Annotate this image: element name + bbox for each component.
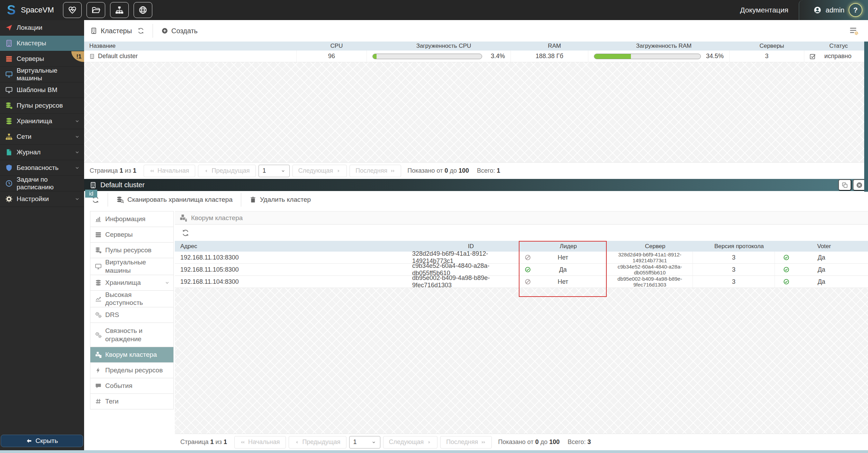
leader-cell: Да [519,264,607,275]
prev-page-label: Предыдущая [212,167,250,174]
table-settings-icon[interactable] [849,26,859,36]
documentation-link[interactable]: Документация [740,6,788,14]
cluster-row[interactable]: Default cluster 96 3.4% 188.38 Гб 34.5% … [84,51,868,62]
tab-clusters[interactable]: Кластеры [90,27,132,35]
detail-tab[interactable]: Серверы [90,227,173,243]
spacevm-app: S SpaceVM Документация admin ? [0,0,868,453]
shown-to: 100 [549,438,560,446]
bottom-accent-strip [0,450,868,453]
detail-tab[interactable]: Пулы ресурсов [90,243,173,258]
first-page-button[interactable]: Начальная [144,165,195,177]
refresh-icon[interactable] [182,229,189,237]
column-header: Загруженность RAM [593,43,734,49]
tab-label: Пределы ресурсов [105,366,163,374]
hide-label: Скрыть [36,437,58,445]
sidebar-item[interactable]: Виртуальные машины [0,67,84,82]
page-select[interactable]: 1 [259,165,290,177]
last-page-label: Последняя [446,438,478,446]
tab-label: Информация [105,215,145,223]
hide-sidebar-button[interactable]: Скрыть [1,435,83,447]
topbar-quick-button[interactable] [134,2,152,18]
tab-label: Пулы ресурсов [105,246,152,254]
tab-icon [95,295,102,302]
scan-label: Сканировать хранилища кластера [127,196,233,203]
next-page-button[interactable]: Следующая [383,436,438,449]
right-scroll-strip[interactable] [864,42,868,192]
quorum-row[interactable]: 192.168.11.105:8300 c9b34e52-60a4-4840-a… [175,264,868,276]
detail-tab[interactable]: Информация [90,211,173,227]
sidebar-item[interactable]: Пулы ресурсов [0,98,84,114]
detail-tab[interactable]: Виртуальные машины [90,258,173,275]
trash-icon [250,196,256,203]
leader-cell: Нет [519,276,607,288]
tab-label: Кворум кластера [105,351,157,359]
detail-tab[interactable]: Теги [90,394,173,409]
sidebar-item[interactable]: Кластеры [0,36,84,51]
sidebar-item[interactable]: Сети [0,129,84,145]
prev-page-button[interactable]: Предыдущая [289,436,346,449]
sidebar-item-label: Серверы [17,55,44,63]
create-cluster-button[interactable]: Создать [161,27,198,35]
page-number: 1 [120,167,123,174]
first-page-button[interactable]: Начальная [234,436,286,449]
username[interactable]: admin [826,6,844,14]
address-cell: 192.168.11.103:8300 [175,252,412,263]
prev-page-button[interactable]: Предыдущая [198,165,256,177]
sidebar-item[interactable]: Журнал [0,145,84,160]
sidebar-item-icon [5,133,13,141]
topbar-quick-button[interactable] [110,2,129,18]
detail-tab[interactable]: Хранилища [90,275,173,291]
last-page-button[interactable]: Последняя [350,165,401,177]
tab-icon [95,351,102,358]
chevron-down-icon [281,169,286,173]
column-header: Сервер [612,243,698,250]
detail-tab[interactable]: Связность и ограждение [90,323,173,347]
topbar-button-icon [115,6,124,15]
page-select[interactable]: 1 [349,436,380,449]
quorum-rows: 192.168.11.103:8300 328d2d49-b6f9-41a1-8… [175,252,868,288]
shown-range: Показано от 0 до 100 [498,438,561,446]
address-cell: 192.168.11.104:8300 [175,276,412,288]
last-page-button[interactable]: Последняя [440,436,492,449]
empty-area-pattern [175,288,868,434]
sidebar-item[interactable]: Шаблоны ВМ [0,82,84,98]
column-header: Статус [809,43,868,49]
quorum-row[interactable]: 192.168.11.103:8300 328d2d49-b6f9-41a1-8… [175,252,868,264]
check-circle-icon [783,279,789,285]
quorum-row[interactable]: 192.168.11.104:8300 db95e002-b409-4a98-b… [175,276,868,288]
id-tag[interactable]: id [85,190,97,198]
topbar-quick-button[interactable] [63,2,82,18]
tab-label: Связность и ограждение [105,327,170,343]
topbar-quick-buttons [63,2,152,18]
detail-tab[interactable]: Кворум кластера [90,347,173,363]
building-icon [89,54,95,59]
topbar-quick-button[interactable] [87,2,105,18]
prev-page-label: Предыдущая [302,438,341,446]
chevron-down-icon [371,440,376,445]
refresh-icon[interactable] [137,27,144,34]
cluster-detail-panel: Default cluster id Сканировать хранилища… [84,179,868,450]
copy-button[interactable] [838,179,851,191]
top-bar: S SpaceVM Документация admin ? [0,0,868,20]
actions-divider [241,193,241,207]
detail-tab[interactable]: События [90,378,173,394]
tab-label: DRS [105,311,119,319]
sidebar-item[interactable]: Задачи по расписанию [0,176,84,191]
sidebar-item-label: Задачи по расписанию [17,176,80,191]
cpu-count-cell: 96 [296,51,367,62]
double-left-icon [150,169,154,173]
next-page-button[interactable]: Следующая [292,165,347,177]
plus-circle-icon [161,27,168,34]
sidebar-item[interactable]: Серверы !1 [0,51,84,67]
delete-cluster-button[interactable]: Удалить кластер [250,196,311,203]
scan-storages-button[interactable]: Сканировать хранилища кластера [116,196,233,203]
sidebar-item[interactable]: Локации [0,20,84,36]
detail-tab[interactable]: Высокая доступность [90,291,173,308]
sidebar-item[interactable]: Настройки [0,191,84,207]
sidebar-item[interactable]: Хранилища [0,114,84,129]
sidebar-item-icon [5,195,13,203]
help-button[interactable]: ? [849,3,862,17]
detail-tab[interactable]: DRS [90,307,173,323]
detail-tab[interactable]: Пределы ресурсов [90,363,173,378]
sidebar-item[interactable]: Безопасность [0,160,84,176]
